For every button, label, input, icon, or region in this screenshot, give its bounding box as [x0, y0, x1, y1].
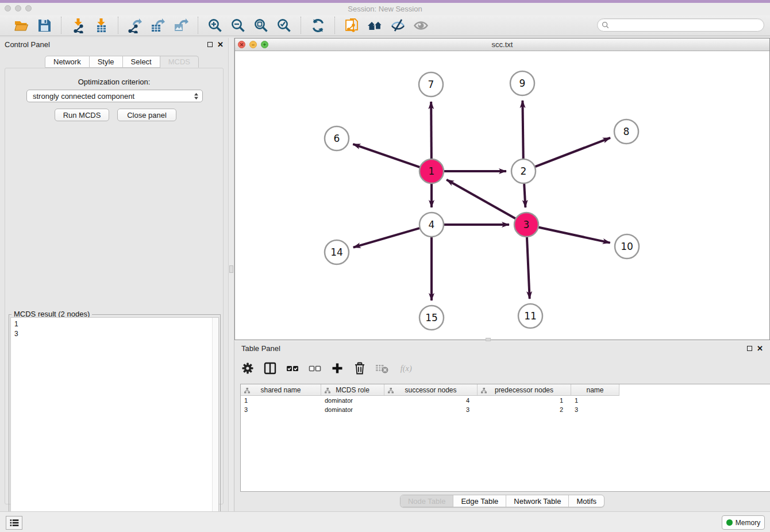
window-controls[interactable] — [5, 5, 32, 11]
zoom-out-icon[interactable] — [229, 17, 247, 34]
mcds-result-area[interactable]: 1 3 — [10, 317, 219, 526]
table-panel-close-icon[interactable]: ✕ — [757, 345, 763, 352]
node-9[interactable]: 9 — [510, 71, 534, 95]
column-header-predecessor-nodes[interactable]: predecessor nodes — [478, 384, 571, 396]
tab-network-table[interactable]: Network Table — [506, 495, 569, 507]
table-cell[interactable]: 3 — [384, 405, 478, 414]
table-cell[interactable]: 3 — [571, 405, 619, 414]
edge-2-9[interactable] — [522, 101, 523, 160]
edge-2-8[interactable] — [534, 138, 610, 167]
window-minimize-icon[interactable] — [15, 5, 21, 11]
table-row[interactable]: 1dominator411 — [241, 396, 770, 405]
network-canvas[interactable]: 7968124314101511 — [235, 51, 769, 340]
vertical-splitter[interactable] — [228, 38, 234, 511]
edge-2-3[interactable] — [524, 182, 525, 207]
network-zoom-icon[interactable]: + — [261, 41, 268, 48]
table-cell[interactable]: dominator — [321, 396, 384, 405]
memory-label: Memory — [736, 519, 760, 527]
edge-3-11[interactable] — [527, 236, 530, 299]
column-header-name[interactable]: name — [571, 384, 619, 396]
table-cell[interactable]: dominator — [321, 405, 384, 414]
export-table-icon[interactable] — [149, 17, 167, 34]
control-panel-float-icon[interactable] — [207, 42, 213, 47]
table-tabs-row: Node TableEdge TableNetwork TableMotifs — [234, 495, 770, 507]
task-history-button[interactable] — [6, 516, 22, 530]
edge-1-7[interactable] — [431, 102, 432, 160]
export-image-icon[interactable] — [172, 17, 190, 34]
trash-icon[interactable] — [352, 361, 367, 376]
node-2[interactable]: 2 — [511, 159, 536, 183]
import-table-icon[interactable] — [93, 17, 110, 34]
table-cell[interactable]: 3 — [241, 405, 321, 414]
search-box[interactable] — [597, 18, 764, 32]
tab-motifs[interactable]: Motifs — [569, 495, 604, 507]
column-header-successor-nodes[interactable]: successor nodes — [384, 384, 478, 396]
run-mcds-button[interactable]: Run MCDS — [55, 109, 109, 121]
gear-icon[interactable] — [240, 361, 255, 376]
column-header-shared-name[interactable]: shared name — [241, 384, 321, 396]
mcds-result-fieldset: MCDS result (2 nodes) 1 3 — [9, 314, 221, 527]
control-panel-close-icon[interactable]: ✕ — [217, 41, 224, 48]
node-8[interactable]: 8 — [614, 119, 638, 144]
horizontal-splitter-handle[interactable] — [486, 338, 491, 341]
tab-select[interactable]: Select — [123, 56, 160, 68]
mcds-panel: Optimization criterion: strongly connect… — [5, 68, 224, 504]
zoom-in-icon[interactable] — [206, 17, 224, 34]
window-zoom-icon[interactable] — [25, 5, 32, 11]
optimization-criterion-dropdown[interactable]: strongly connected component — [26, 90, 203, 102]
close-panel-button[interactable]: Close panel — [117, 109, 176, 121]
node-1[interactable]: 1 — [419, 159, 444, 183]
svg-text:2: 2 — [521, 165, 527, 177]
column-header-MCDS-role[interactable]: MCDS role — [321, 384, 384, 396]
svg-text:3: 3 — [523, 219, 530, 230]
node-7[interactable]: 7 — [419, 72, 443, 97]
tab-style[interactable]: Style — [90, 56, 123, 68]
open-session-icon[interactable] — [13, 17, 30, 34]
table-cell[interactable]: 1 — [241, 396, 321, 405]
network-close-icon[interactable]: ✕ — [238, 41, 245, 48]
tab-edge-table[interactable]: Edge Table — [453, 495, 506, 507]
save-session-icon[interactable] — [36, 17, 53, 34]
tab-network[interactable]: Network — [45, 56, 90, 68]
import-network-icon[interactable] — [70, 17, 87, 34]
table-panel-float-icon[interactable] — [747, 346, 752, 351]
zoom-selected-icon[interactable] — [275, 17, 292, 34]
table-row[interactable]: 3dominator323 — [241, 405, 770, 414]
search-icon — [602, 21, 609, 29]
node-14[interactable]: 14 — [325, 240, 349, 264]
node-10[interactable]: 10 — [615, 234, 639, 259]
table-cell[interactable]: 1 — [478, 396, 571, 405]
show-all-icon[interactable] — [412, 17, 429, 34]
table-cell[interactable]: 1 — [571, 396, 619, 405]
window-close-icon[interactable] — [5, 5, 11, 11]
mcds-result-scrollbar[interactable] — [212, 318, 218, 525]
edge-4-14[interactable] — [353, 228, 421, 247]
tab-node-table[interactable]: Node Table — [401, 495, 454, 507]
memory-button[interactable]: Memory — [722, 515, 765, 530]
zoom-fit-icon[interactable] — [252, 17, 270, 34]
select-all-icon[interactable] — [285, 361, 300, 376]
edge-3-10[interactable] — [537, 227, 610, 243]
export-network-icon[interactable] — [126, 17, 144, 34]
network-window-titlebar[interactable]: ✕ − + scc.txt — [235, 38, 769, 51]
deselect-all-icon[interactable] — [307, 361, 322, 376]
first-neighbors-icon[interactable] — [366, 17, 383, 34]
clone-network-icon[interactable] — [343, 17, 360, 34]
tab-mcds[interactable]: MCDS — [160, 56, 199, 68]
network-minimize-icon[interactable]: − — [249, 41, 257, 48]
node-4[interactable]: 4 — [419, 213, 444, 237]
table-cell[interactable]: 2 — [478, 405, 571, 414]
columns-icon[interactable] — [263, 361, 278, 376]
vertical-splitter-handle[interactable] — [229, 265, 233, 273]
refresh-icon[interactable] — [309, 17, 326, 34]
node-15[interactable]: 15 — [419, 306, 444, 330]
hide-selected-icon[interactable] — [389, 17, 406, 34]
node-3[interactable]: 3 — [514, 213, 538, 237]
edge-3-1[interactable] — [446, 180, 517, 219]
search-input[interactable] — [609, 20, 764, 30]
table-cell[interactable]: 4 — [384, 396, 478, 405]
edge-1-6[interactable] — [353, 144, 421, 168]
node-6[interactable]: 6 — [325, 126, 349, 151]
node-11[interactable]: 11 — [518, 304, 542, 328]
add-icon[interactable] — [330, 361, 345, 376]
